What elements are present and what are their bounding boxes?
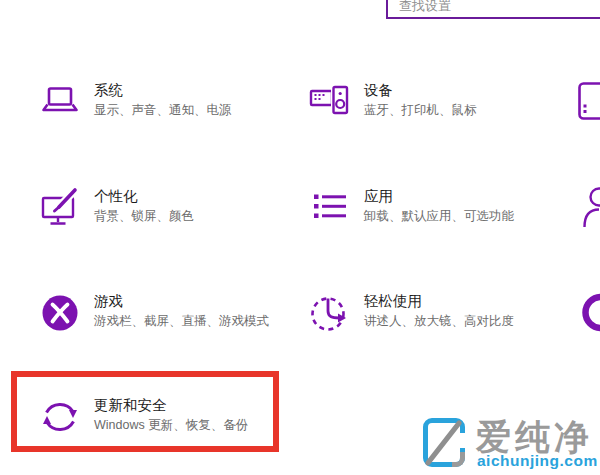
settings-window: { "search": { "placeholder": "查找设置" }, "… [0, 0, 600, 475]
tile-personalization[interactable]: 个性化 背景、锁屏、颜色 [38, 186, 194, 230]
tile-subtitle: 游戏栏、截屏、直播、游戏模式 [94, 314, 269, 329]
xbox-icon [38, 291, 82, 335]
tile-update-security[interactable]: 更新和安全 Windows 更新、恢复、备份 [38, 395, 248, 439]
tile-title: 个性化 [94, 187, 194, 205]
laptop-icon [38, 80, 82, 124]
search-input[interactable] [386, 0, 600, 19]
tile-subtitle: 卸载、默认应用、可选功能 [364, 209, 514, 224]
tile-title: 更新和安全 [94, 396, 248, 414]
tile-title: 系统 [94, 81, 232, 99]
tile-title: 设备 [364, 81, 477, 99]
tile-title: 轻松使用 [364, 292, 514, 310]
tile-subtitle: 讲述人、放大镜、高对比度 [364, 314, 514, 329]
apps-icon [308, 186, 352, 230]
personalization-icon [38, 186, 82, 230]
tile-apps[interactable]: 应用 卸载、默认应用、可选功能 [308, 186, 514, 230]
watermark-site: aichunjing.com [477, 452, 598, 470]
tile-subtitle: 蓝牙、打印机、鼠标 [364, 103, 477, 118]
phone-icon [578, 82, 600, 122]
person-icon [583, 187, 600, 229]
devices-icon [308, 80, 352, 124]
tile-cortana-partial[interactable] [576, 292, 600, 336]
tile-subtitle: 显示、声音、通知、电源 [94, 103, 232, 118]
tile-title: 应用 [364, 187, 514, 205]
tile-ease-of-access[interactable]: 轻松使用 讲述人、放大镜、高对比度 [308, 291, 514, 335]
update-refresh-icon [38, 395, 82, 439]
tile-subtitle: 背景、锁屏、颜色 [94, 209, 194, 224]
tile-title: 游戏 [94, 292, 269, 310]
tile-accounts-partial[interactable] [583, 187, 600, 229]
tile-gaming[interactable]: 游戏 游戏栏、截屏、直播、游戏模式 [38, 291, 269, 335]
ease-of-access-icon [308, 291, 352, 335]
watermark: 爱纯净 aichunjing.com [422, 414, 600, 475]
circle-ring-icon [576, 292, 600, 336]
tile-phone-partial[interactable] [578, 82, 600, 122]
tile-subtitle: Windows 更新、恢复、备份 [94, 418, 248, 433]
watermark-logo-icon [423, 418, 465, 467]
tile-devices[interactable]: 设备 蓝牙、打印机、鼠标 [308, 80, 477, 124]
tile-system[interactable]: 系统 显示、声音、通知、电源 [38, 80, 232, 124]
